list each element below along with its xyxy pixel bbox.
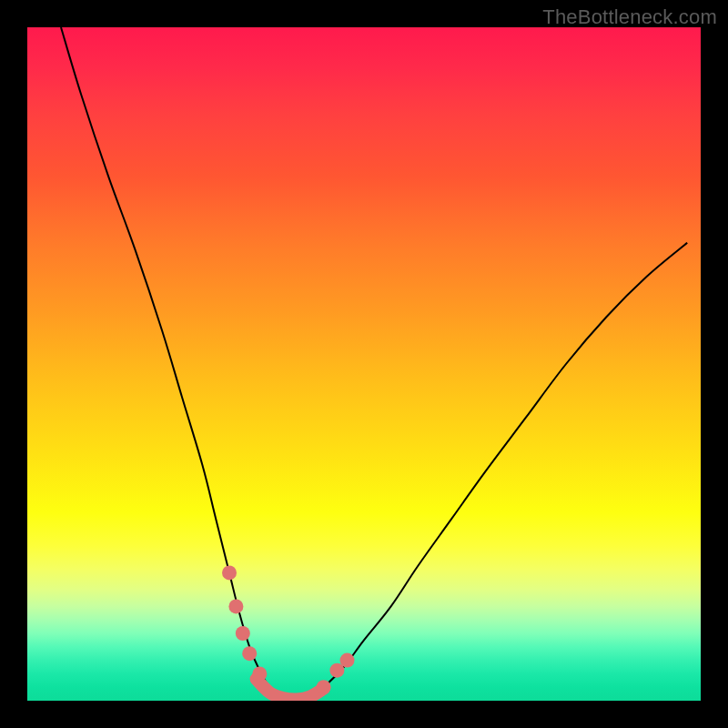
bottleneck-chart	[27, 27, 701, 701]
highlight-dot	[236, 626, 250, 641]
highlight-dot	[317, 680, 331, 694]
highlight-markers	[222, 565, 355, 694]
optimal-range-band	[257, 679, 324, 699]
highlight-dot	[228, 599, 243, 613]
bottleneck-curve	[61, 27, 687, 701]
highlight-dot	[340, 653, 355, 668]
chart-plot-area	[27, 27, 701, 701]
highlight-dot	[222, 565, 237, 580]
highlight-dot	[252, 666, 267, 681]
highlight-dot	[242, 646, 257, 661]
watermark-text: TheBottleneck.com	[542, 5, 717, 29]
